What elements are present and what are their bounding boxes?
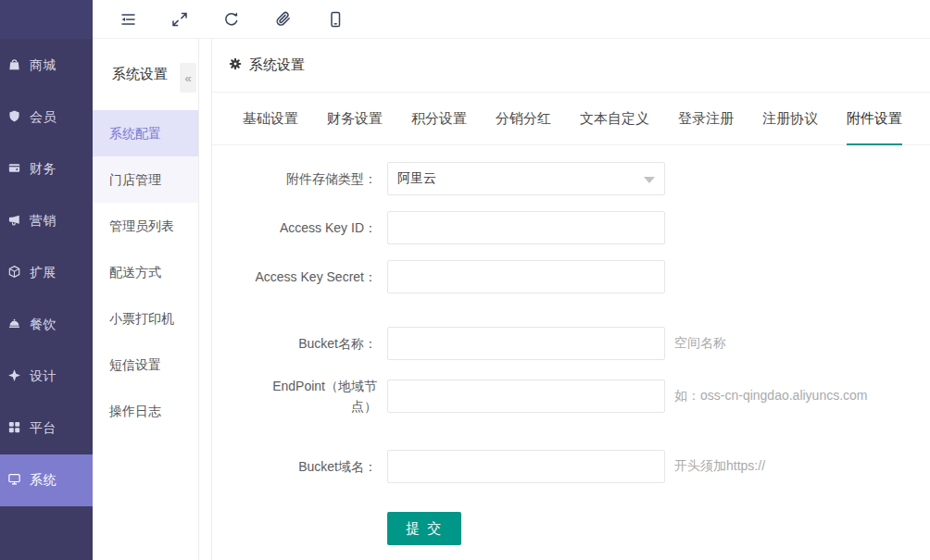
main-sidebar: 商城 会员 财务 营销 扩展 餐饮 设计 平台 (0, 0, 93, 560)
dining-icon (7, 317, 21, 333)
sidebar-item-extension[interactable]: 扩展 (0, 247, 93, 299)
sub-item-delivery-method[interactable]: 配送方式 (93, 249, 198, 295)
sidebar-item-label: 系统 (30, 472, 57, 489)
mobile-preview-icon[interactable] (325, 9, 346, 30)
storage-type-label: 附件存储类型： (212, 168, 377, 189)
form-row-bucket-domain: Bucket域名： 开头须加https:// (212, 450, 930, 483)
sidebar-item-label: 设计 (30, 368, 57, 385)
finance-icon (7, 161, 21, 178)
platform-icon (7, 420, 21, 437)
main-content: 系统设置 基础设置 财务设置 积分设置 分销分红 文本自定义 登录注册 注册协议… (211, 39, 930, 560)
storage-type-value: 阿里云 (397, 170, 436, 187)
tab-points-settings[interactable]: 积分设置 (411, 93, 467, 145)
sidebar-item-member[interactable]: 会员 (0, 92, 93, 143)
system-icon (7, 472, 21, 489)
attachment-settings-form: 附件存储类型： 阿里云 Access Key ID： Acc (212, 145, 930, 545)
form-row-bucket-name: Bucket名称： 空间名称 (212, 327, 930, 360)
mall-icon (7, 57, 21, 74)
link-icon[interactable] (273, 9, 294, 30)
sidebar-item-label: 餐饮 (30, 317, 57, 333)
form-row-storage-type: 附件存储类型： 阿里云 (212, 162, 930, 195)
refresh-icon[interactable] (221, 9, 242, 30)
access-key-secret-label: Access Key Secret： (212, 267, 377, 287)
bucket-name-hint: 空间名称 (674, 335, 726, 352)
page-title: 系统设置 (249, 56, 305, 74)
bucket-domain-label: Bucket域名： (212, 456, 377, 477)
sidebar-item-label: 平台 (30, 420, 57, 437)
sidebar-item-dining[interactable]: 餐饮 (0, 299, 93, 351)
sub-sidebar-title: 系统设置 (112, 66, 168, 83)
logo-block (0, 0, 93, 39)
right-region: 系统设置 « 系统配置 门店管理 管理员列表 配送方式 小票打印机 短信设置 操… (93, 0, 930, 560)
body-region: 系统设置 « 系统配置 门店管理 管理员列表 配送方式 小票打印机 短信设置 操… (93, 39, 930, 560)
tab-text-customization[interactable]: 文本自定义 (580, 93, 649, 145)
member-icon (7, 109, 21, 126)
bucket-name-input[interactable] (387, 327, 665, 360)
endpoint-label: EndPoint（地域节点） (212, 376, 377, 417)
page-header: 系统设置 (212, 39, 930, 93)
collapse-menu-icon[interactable] (118, 9, 138, 30)
sub-item-operation-log[interactable]: 操作日志 (93, 388, 198, 434)
design-icon (7, 368, 21, 385)
bucket-domain-hint: 开头须加https:// (674, 458, 765, 475)
sidebar-item-system[interactable]: 系统 (0, 454, 93, 506)
tab-distribution-dividend[interactable]: 分销分红 (496, 93, 551, 145)
sub-item-sms-settings[interactable]: 短信设置 (93, 342, 198, 388)
sub-item-receipt-printer[interactable]: 小票打印机 (93, 295, 198, 342)
sub-item-admin-list[interactable]: 管理员列表 (93, 203, 198, 249)
sidebar-collapse-button[interactable]: « (180, 63, 196, 93)
tab-login-register[interactable]: 登录注册 (678, 93, 734, 145)
sidebar-item-platform[interactable]: 平台 (0, 403, 93, 454)
form-row-endpoint: EndPoint（地域节点） 如：oss-cn-qingdao.aliyuncs… (212, 376, 930, 417)
bucket-domain-input[interactable] (387, 450, 665, 483)
sub-item-system-config[interactable]: 系统配置 (93, 110, 198, 156)
tab-basic-settings[interactable]: 基础设置 (243, 93, 298, 145)
form-row-access-key-secret: Access Key Secret： (212, 260, 930, 293)
sidebar-item-label: 商城 (30, 57, 57, 74)
sidebar-item-label: 扩展 (30, 265, 57, 281)
extension-icon (7, 265, 21, 281)
fullscreen-icon[interactable] (170, 9, 190, 30)
endpoint-input[interactable] (387, 380, 665, 413)
sidebar-item-label: 会员 (30, 109, 57, 126)
tab-register-agreement[interactable]: 注册协议 (762, 93, 818, 145)
submit-button[interactable]: 提 交 (387, 512, 461, 545)
sub-sidebar: 系统设置 « 系统配置 门店管理 管理员列表 配送方式 小票打印机 短信设置 操… (93, 39, 199, 560)
tab-bar: 基础设置 财务设置 积分设置 分销分红 文本自定义 登录注册 注册协议 附件设置 (212, 93, 930, 145)
sidebar-item-design[interactable]: 设计 (0, 351, 93, 403)
sidebar-item-label: 财务 (30, 161, 57, 178)
chevron-down-icon (644, 177, 655, 183)
main-nav: 商城 会员 财务 营销 扩展 餐饮 设计 平台 (0, 39, 93, 560)
sidebar-item-marketing[interactable]: 营销 (0, 195, 93, 247)
tab-attachment-settings[interactable]: 附件设置 (847, 93, 902, 145)
sidebar-item-finance[interactable]: 财务 (0, 143, 93, 195)
storage-type-select[interactable]: 阿里云 (387, 162, 665, 195)
form-row-access-key-id: Access Key ID： (212, 211, 930, 244)
submit-row: 提 交 (212, 512, 930, 545)
bucket-name-label: Bucket名称： (212, 333, 377, 354)
tab-finance-settings[interactable]: 财务设置 (327, 93, 383, 145)
access-key-id-input[interactable] (387, 211, 665, 244)
access-key-secret-input[interactable] (387, 260, 665, 293)
sidebar-item-mall[interactable]: 商城 (0, 40, 93, 92)
topbar (93, 0, 930, 39)
gear-icon (229, 57, 242, 73)
endpoint-hint: 如：oss-cn-qingdao.aliyuncs.com (674, 388, 868, 404)
marketing-icon (7, 213, 21, 230)
sub-item-store-manage[interactable]: 门店管理 (93, 156, 198, 203)
sidebar-item-label: 营销 (30, 213, 57, 230)
access-key-id-label: Access Key ID： (212, 218, 377, 238)
